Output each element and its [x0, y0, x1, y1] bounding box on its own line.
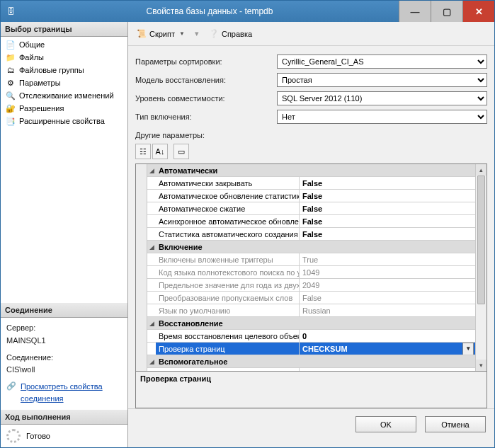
grid-prop-name: Автоматическое обновление статистики [156, 190, 300, 202]
property-grid-toolbar: ☷ A↓ ▭ [135, 142, 487, 163]
grid-category[interactable]: ◢Включение [147, 241, 475, 253]
collation-label: Параметры сортировки: [135, 57, 277, 66]
property-pages-button[interactable]: ▭ [173, 144, 189, 159]
scrollbar-thumb[interactable] [477, 176, 485, 304]
grid-prop-value[interactable]: False [300, 190, 475, 202]
connection-value: CIS\woll [6, 364, 122, 377]
property-description-title: Проверка страниц [140, 374, 482, 383]
view-connection-properties-link[interactable]: Просмотреть свойства соединения [21, 381, 122, 406]
page-item-1[interactable]: 📁Файлы [1, 51, 127, 64]
grid-prop-name: Время восстановления целевого объекта [156, 330, 300, 342]
grid-prop-name: Предельное значение для года из двух ц [156, 279, 300, 291]
scroll-up-icon[interactable]: ▴ [476, 164, 487, 176]
grid-prop-name: Автоматически закрывать [156, 177, 300, 189]
page-item-icon: 📄 [5, 39, 16, 50]
grid-row[interactable]: ANSI NULL по умолчаниюFalse [147, 368, 475, 371]
page-item-0[interactable]: 📄Общие [1, 38, 127, 51]
grid-prop-value[interactable]: False [300, 368, 475, 371]
grid-prop-name: Код языка полнотекстового поиска по ум [156, 266, 300, 278]
categorized-view-button[interactable]: ☷ [135, 144, 151, 159]
progress-state: Готово [26, 432, 50, 440]
grid-prop-value[interactable]: 2049 [300, 279, 475, 291]
containment-label: Тип включения: [135, 113, 277, 121]
grid-prop-value[interactable]: False [300, 202, 475, 214]
script-label: Скрипт [149, 30, 175, 38]
grid-prop-name: Преобразование пропускаемых слов [156, 292, 300, 304]
help-label: Справка [222, 30, 252, 38]
close-button[interactable]: ✕ [462, 1, 494, 22]
grid-prop-name: Статистика автоматического создания [156, 228, 300, 240]
grid-prop-value[interactable]: CHECKSUM [300, 343, 475, 355]
script-icon: 📜 [137, 29, 147, 38]
scroll-down-icon[interactable]: ▾ [476, 360, 487, 371]
grid-row[interactable]: Преобразование пропускаемых словFalse [147, 292, 475, 304]
grid-category[interactable]: ◢Вспомогательное [147, 355, 475, 368]
grid-row[interactable]: Статистика автоматического созданияFalse [147, 228, 475, 241]
ok-button[interactable]: OK [355, 416, 416, 432]
grid-prop-value[interactable]: False [300, 228, 475, 240]
alphabetical-view-button[interactable]: A↓ [152, 144, 168, 159]
property-grid[interactable]: ◢АвтоматическиАвтоматически закрыватьFal… [135, 163, 487, 372]
toolbar: 📜 Скрипт ▼ ▾ ❔ Справка [128, 22, 494, 46]
page-item-label: Отслеживание изменений [19, 91, 114, 100]
cancel-button[interactable]: Отмена [425, 416, 486, 432]
recovery-select[interactable]: Простая [277, 73, 487, 87]
grid-category[interactable]: ◢Восстановление [147, 317, 475, 330]
page-item-label: Файлы [19, 53, 44, 62]
grid-row[interactable]: Асинхронное автоматическое обновлениFals… [147, 215, 475, 228]
page-item-3[interactable]: ⚙Параметры [1, 76, 127, 89]
grid-row[interactable]: Предельное значение для года из двух ц20… [147, 279, 475, 292]
progress-header: Ход выполнения [1, 410, 127, 425]
grid-category[interactable]: ◢Автоматически [147, 164, 475, 177]
page-item-label: Общие [19, 40, 45, 49]
minimize-button[interactable]: — [399, 1, 431, 22]
help-icon: ❔ [209, 29, 219, 38]
vertical-scrollbar[interactable]: ▴ ▾ [475, 164, 487, 371]
maximize-button[interactable]: ▢ [431, 1, 462, 22]
grid-row[interactable]: Время восстановления целевого объекта0 [147, 330, 475, 343]
server-label: Сервер: [6, 322, 122, 335]
page-item-5[interactable]: 🔐Разрешения [1, 102, 127, 115]
page-item-label: Параметры [19, 79, 61, 87]
grid-prop-value[interactable]: Russian [300, 304, 475, 316]
containment-select[interactable]: Нет [277, 110, 487, 124]
collapse-icon[interactable]: ◢ [147, 164, 156, 176]
script-button[interactable]: 📜 Скрипт ▼ [134, 28, 188, 40]
grid-row[interactable]: Язык по умолчаниюRussian [147, 304, 475, 317]
grid-prop-name: ANSI NULL по умолчанию [156, 368, 300, 371]
grid-row[interactable]: Проверка страницCHECKSUM [147, 343, 475, 355]
page-item-icon: ⚙ [5, 77, 16, 88]
page-item-6[interactable]: 📑Расширенные свойства [1, 115, 127, 127]
grid-row[interactable]: Код языка полнотекстового поиска по ум10… [147, 266, 475, 279]
grid-prop-value[interactable]: True [300, 253, 475, 265]
grid-row[interactable]: Автоматическое обновление статистикиFals… [147, 190, 475, 202]
grid-prop-value[interactable]: False [300, 215, 475, 227]
grid-prop-value[interactable]: 0 [300, 330, 475, 342]
grid-prop-value[interactable]: False [300, 292, 475, 304]
help-button[interactable]: ❔ Справка [206, 28, 255, 40]
page-item-label: Файловые группы [19, 66, 84, 74]
page-item-2[interactable]: 🗂Файловые группы [1, 64, 127, 76]
collapse-icon[interactable]: ◢ [147, 355, 156, 367]
collation-select[interactable]: Cyrillic_General_CI_AS [277, 54, 487, 69]
server-value: MAINSQL1 [6, 335, 122, 348]
grid-category-title: Восстановление [156, 317, 300, 329]
grid-prop-value[interactable]: 1049 [300, 266, 475, 278]
grid-prop-value[interactable]: False [300, 177, 475, 189]
grid-row[interactable]: Автоматически закрыватьFalse [147, 177, 475, 190]
page-item-4[interactable]: 🔍Отслеживание изменений [1, 89, 127, 102]
page-item-icon: 📁 [5, 52, 16, 63]
page-item-icon: 🔐 [5, 103, 16, 114]
collapse-icon[interactable]: ◢ [147, 241, 156, 253]
grid-row[interactable]: Включены вложенные триггерыTrue [147, 253, 475, 266]
grid-row[interactable]: Автоматическое сжатиеFalse [147, 202, 475, 215]
grid-prop-name: Язык по умолчанию [156, 304, 300, 316]
connection-label: Соединение: [6, 352, 122, 364]
collapse-icon[interactable]: ◢ [147, 317, 156, 329]
other-params-label: Другие параметры: [135, 127, 487, 142]
compat-label: Уровень совместимости: [135, 94, 277, 103]
page-item-icon: 🔍 [5, 90, 16, 101]
grid-prop-name: Асинхронное автоматическое обновлени [156, 215, 300, 227]
grid-prop-name: Проверка страниц [156, 343, 300, 355]
compat-select[interactable]: SQL Server 2012 (110) [277, 91, 487, 105]
